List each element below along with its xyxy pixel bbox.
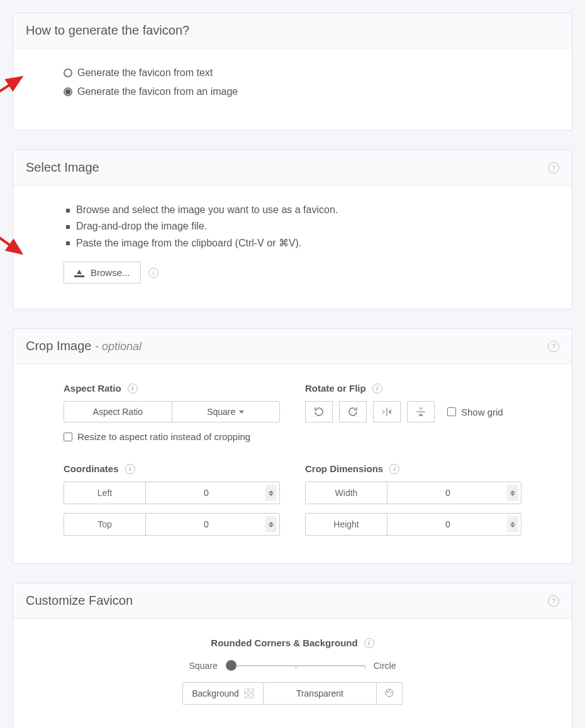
- palette-icon: [384, 688, 394, 700]
- flip-vertical-button[interactable]: [407, 401, 435, 422]
- svg-line-1: [0, 77, 21, 107]
- info-icon[interactable]: i: [128, 383, 138, 394]
- background-group: Background Transparent: [182, 682, 403, 705]
- optional-label: - optional: [95, 340, 142, 353]
- radio-from-text[interactable]: Generate the favicon from text: [64, 67, 521, 79]
- transparency-icon: [244, 688, 254, 698]
- rounded-corners-label: Rounded Corners & Background: [211, 637, 357, 648]
- width-input-group: Width: [305, 482, 521, 504]
- roundness-slider-row: Square Circle: [26, 661, 559, 671]
- crop-dimensions-label: Crop Dimensions: [305, 463, 383, 474]
- svg-point-7: [391, 691, 392, 692]
- list-item: Paste the image from the clipboard (Ctrl…: [64, 237, 521, 249]
- flip-horizontal-button[interactable]: [373, 401, 401, 422]
- annotation-arrow: [0, 222, 29, 260]
- resize-checkbox[interactable]: Resize to aspect ratio instead of croppi…: [64, 431, 280, 442]
- info-icon[interactable]: i: [372, 383, 382, 394]
- number-stepper[interactable]: [265, 516, 277, 532]
- panel-title: Customize Favicon: [26, 593, 133, 608]
- height-input-group: Height: [305, 513, 521, 536]
- help-icon[interactable]: ?: [548, 595, 559, 607]
- aspect-ratio-label: Aspect Ratio: [64, 383, 121, 394]
- instructions-list: Browse and select the image you want to …: [64, 204, 521, 249]
- upload-icon: [74, 268, 84, 277]
- aspect-square-dropdown[interactable]: Square: [172, 402, 280, 422]
- radio-label: Generate the favicon from text: [77, 67, 213, 79]
- addon-label: Height: [306, 514, 387, 535]
- checkbox-icon: [447, 407, 456, 416]
- info-icon[interactable]: i: [148, 268, 159, 278]
- addon-label: Left: [64, 482, 146, 504]
- crop-dimensions-section: Crop Dimensions i Width Height: [305, 463, 521, 544]
- svg-point-6: [389, 690, 390, 691]
- checkbox-icon: [64, 433, 72, 441]
- radio-icon: [64, 87, 72, 96]
- help-icon[interactable]: ?: [548, 162, 559, 174]
- slider-thumb[interactable]: [226, 660, 237, 671]
- slider-max-label: Circle: [374, 661, 396, 671]
- crop-image-panel: Crop Image - optional ? Aspect Ratio i A…: [13, 328, 572, 564]
- rotate-right-button[interactable]: [339, 401, 367, 422]
- panel-title-wrap: Crop Image - optional: [26, 339, 142, 353]
- left-input[interactable]: [146, 488, 279, 498]
- aspect-ratio-button[interactable]: Aspect Ratio: [64, 402, 172, 422]
- rotate-left-icon: [313, 406, 325, 417]
- checkbox-label: Resize to aspect ratio instead of croppi…: [77, 431, 250, 442]
- left-input-group: Left: [64, 482, 280, 504]
- show-grid-checkbox[interactable]: Show grid: [447, 407, 503, 417]
- browse-button[interactable]: Browse...: [64, 262, 141, 284]
- number-stepper[interactable]: [507, 485, 518, 501]
- svg-point-8: [389, 693, 391, 695]
- slider-min-label: Square: [189, 661, 218, 671]
- info-icon[interactable]: i: [125, 464, 135, 474]
- background-label-button[interactable]: Background: [183, 683, 263, 704]
- background-value: Transparent: [296, 688, 343, 698]
- help-icon[interactable]: ?: [548, 341, 559, 352]
- addon-label: Top: [64, 514, 146, 535]
- top-input-group: Top: [64, 513, 280, 536]
- flip-horizontal-icon: [381, 406, 393, 417]
- number-stepper[interactable]: [265, 485, 277, 501]
- radio-icon: [64, 69, 72, 77]
- coordinates-label: Coordinates: [64, 463, 119, 474]
- number-stepper[interactable]: [507, 516, 518, 532]
- svg-line-3: [0, 225, 21, 253]
- list-item: Browse and select the image you want to …: [64, 204, 521, 216]
- rotate-flip-section: Rotate or Flip i: [305, 383, 521, 442]
- width-input[interactable]: [387, 488, 521, 498]
- coordinates-section: Coordinates i Left Top: [64, 463, 280, 544]
- aspect-ratio-group: Aspect Ratio Square: [64, 401, 280, 422]
- addon-label: Width: [306, 482, 387, 504]
- roundness-slider[interactable]: [226, 661, 365, 670]
- top-input[interactable]: [146, 519, 279, 529]
- info-icon[interactable]: i: [389, 464, 399, 474]
- panel-header: Crop Image - optional ?: [13, 329, 572, 364]
- background-label: Background: [192, 688, 239, 698]
- panel-title: How to generate the favicon?: [26, 23, 189, 38]
- panel-title: Select Image: [26, 160, 99, 175]
- radio-label: Generate the favicon from an image: [77, 86, 238, 97]
- svg-point-5: [387, 691, 388, 692]
- chevron-down-icon: [239, 411, 244, 414]
- height-input[interactable]: [387, 519, 521, 529]
- annotation-arrow: [0, 72, 29, 110]
- select-image-panel: Select Image ? Browse and select the ima…: [13, 150, 572, 309]
- customize-favicon-panel: Customize Favicon ? Rounded Corners & Ba…: [13, 583, 572, 728]
- color-picker-button[interactable]: [376, 683, 402, 704]
- panel-header: Select Image ?: [13, 150, 572, 185]
- rotate-right-icon: [347, 406, 359, 417]
- aspect-ratio-section: Aspect Ratio i Aspect Ratio Square Resiz…: [64, 383, 280, 442]
- panel-title: Crop Image: [26, 339, 92, 353]
- rotate-flip-label: Rotate or Flip: [305, 383, 366, 394]
- how-to-generate-panel: How to generate the favicon? Generate th…: [13, 13, 572, 131]
- dropdown-label: Square: [207, 407, 235, 417]
- checkbox-label: Show grid: [461, 407, 503, 417]
- list-item: Drag-and-drop the image file.: [64, 221, 521, 232]
- rotate-left-button[interactable]: [305, 401, 333, 422]
- info-icon[interactable]: i: [364, 638, 374, 648]
- panel-header: How to generate the favicon?: [13, 13, 572, 48]
- panel-header: Customize Favicon ?: [13, 583, 572, 619]
- background-value-button[interactable]: Transparent: [263, 683, 376, 704]
- radio-from-image[interactable]: Generate the favicon from an image: [64, 86, 521, 97]
- flip-vertical-icon: [415, 406, 426, 417]
